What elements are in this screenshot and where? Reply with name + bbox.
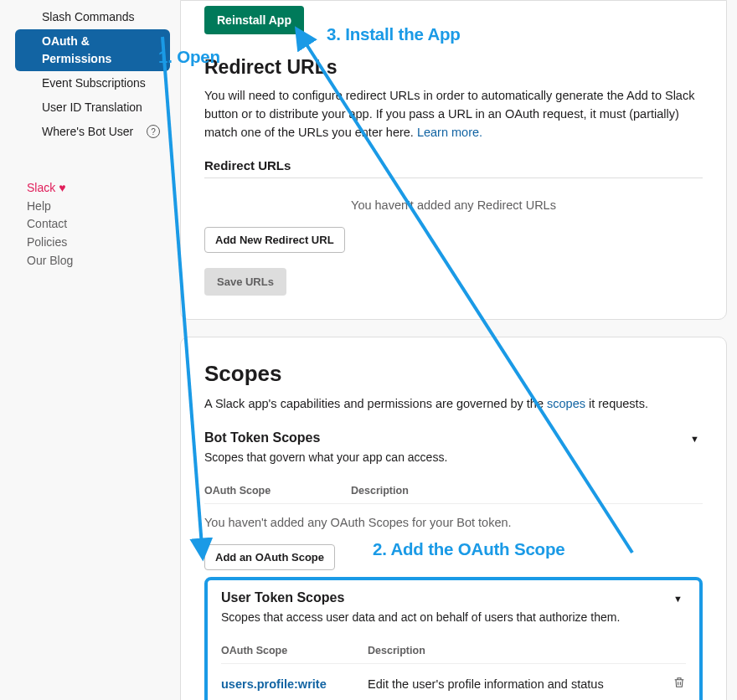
- nav-event-subscriptions[interactable]: Event Subscriptions: [15, 71, 170, 95]
- reinstall-app-button[interactable]: Reinstall App: [204, 6, 304, 34]
- bot-scopes-title: Bot Token Scopes: [204, 430, 703, 445]
- table-row: users.profile:write Edit the user's prof…: [221, 664, 686, 700]
- user-scopes-sub: Scopes that access user data and act on …: [221, 609, 686, 626]
- redirect-empty: You haven't added any Redirect URLs: [204, 190, 703, 227]
- link-policies[interactable]: Policies: [27, 234, 180, 252]
- user-scopes-highlight: ▼ User Token Scopes Scopes that access u…: [204, 577, 703, 700]
- learn-more-link[interactable]: Learn more.: [417, 126, 482, 139]
- bot-table-header: OAuth Scope Description: [204, 473, 703, 504]
- user-scopes-block: ▼ User Token Scopes Scopes that access u…: [221, 590, 686, 700]
- scopes-link[interactable]: scopes: [547, 397, 585, 410]
- scope-description: Edit the user's profile information and …: [368, 677, 664, 691]
- nav-wheres-bot-user[interactable]: Where's Bot User ?: [15, 120, 170, 144]
- scopes-desc: A Slack app's capabilities and permissio…: [204, 395, 703, 414]
- sidebar: Slash Commands OAuth & Permissions Event…: [0, 0, 180, 700]
- add-bot-scope-button[interactable]: Add an OAuth Scope: [204, 544, 335, 570]
- nav-user-id-translation[interactable]: User ID Translation: [15, 95, 170, 120]
- redirect-desc: You will need to configure redirect URLs…: [204, 87, 703, 142]
- footer-links: Slack ♥ Help Contact Policies Our Blog: [0, 179, 180, 270]
- add-redirect-url-button[interactable]: Add New Redirect URL: [204, 227, 345, 253]
- user-scopes-title: User Token Scopes: [221, 590, 686, 605]
- col-description: Description: [351, 485, 703, 497]
- help-icon[interactable]: ?: [147, 125, 160, 138]
- link-slack[interactable]: Slack ♥: [27, 179, 180, 198]
- bot-scopes-empty: You haven't added any OAuth Scopes for y…: [204, 504, 703, 544]
- col-oauth-scope: OAuth Scope: [204, 485, 351, 497]
- link-blog[interactable]: Our Blog: [27, 252, 180, 270]
- bot-scopes-sub: Scopes that govern what your app can acc…: [204, 449, 703, 466]
- redirect-title: Redirect URLs: [204, 56, 703, 79]
- scopes-title: Scopes: [204, 361, 703, 387]
- chevron-down-icon[interactable]: ▼: [673, 594, 683, 604]
- link-help[interactable]: Help: [27, 198, 180, 216]
- nav-oauth-permissions[interactable]: OAuth & Permissions: [15, 29, 170, 71]
- nav-slash-commands[interactable]: Slash Commands: [15, 5, 170, 29]
- trash-icon[interactable]: [664, 676, 686, 692]
- divider: [204, 178, 703, 178]
- scopes-card: Scopes A Slack app's capabilities and pe…: [180, 337, 727, 700]
- bot-scopes-block: ▼ Bot Token Scopes Scopes that govern wh…: [204, 430, 703, 570]
- save-urls-button[interactable]: Save URLs: [204, 268, 286, 296]
- main-content: Reinstall App Redirect URLs You will nee…: [180, 0, 737, 700]
- scope-name-link[interactable]: users.profile:write: [221, 677, 368, 691]
- redirect-sub: Redirect URLs: [204, 158, 703, 172]
- col-oauth-scope: OAuth Scope: [221, 645, 368, 656]
- nav-item-label: Where's Bot User: [42, 125, 133, 138]
- col-description: Description: [368, 645, 686, 656]
- user-table-header: OAuth Scope Description: [221, 633, 686, 664]
- link-contact[interactable]: Contact: [27, 215, 180, 234]
- redirect-card: Reinstall App Redirect URLs You will nee…: [180, 0, 727, 320]
- chevron-down-icon[interactable]: ▼: [690, 434, 699, 444]
- heart-icon: ♥: [59, 181, 65, 194]
